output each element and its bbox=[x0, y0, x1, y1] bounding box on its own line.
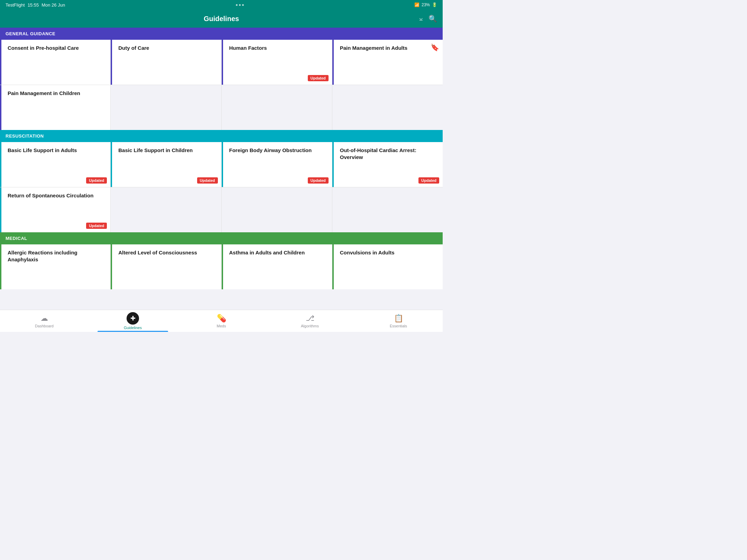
card-ohca[interactable]: Out-of-Hospital Cardiac Arrest: Overview… bbox=[332, 142, 443, 187]
nav-label-algorithms: Algorithms bbox=[301, 324, 319, 328]
battery-icon: 🔋 bbox=[432, 2, 437, 7]
card-border bbox=[332, 40, 334, 85]
medical-grid: Allergic Reactions including Anaphylaxis… bbox=[0, 244, 443, 289]
bottom-nav: ☁ Dashboard ✚ Guidelines 💊 Meds ⎇ Algori… bbox=[0, 310, 443, 332]
nav-meds[interactable]: 💊 Meds bbox=[177, 310, 266, 332]
nav-dashboard[interactable]: ☁ Dashboard bbox=[0, 310, 89, 332]
card-border bbox=[111, 142, 112, 187]
card-pain-adults[interactable]: Pain Management in Adults 🔖 bbox=[332, 40, 443, 85]
card-border bbox=[0, 85, 1, 130]
nav-algorithms[interactable]: ⎇ Algorithms bbox=[266, 310, 354, 332]
search-icon[interactable]: 🔍 bbox=[428, 15, 437, 23]
guidelines-icon-circle: ✚ bbox=[127, 312, 139, 325]
card-title-pain-adults: Pain Management in Adults bbox=[337, 45, 438, 81]
dot1 bbox=[236, 4, 238, 6]
card-asthma[interactable]: Asthma in Adults and Children bbox=[222, 244, 332, 289]
updated-badge-bls-adults: Updated bbox=[86, 177, 107, 184]
battery-percent: 23% bbox=[422, 2, 430, 7]
dot2 bbox=[239, 4, 241, 6]
app-name: TestFlight bbox=[6, 2, 25, 8]
nav-label-guidelines: Guidelines bbox=[124, 326, 142, 330]
section-header-resuscitation: RESUSCITATION bbox=[0, 130, 443, 142]
nav-label-essentials: Essentials bbox=[390, 324, 407, 328]
card-convulsions[interactable]: Convulsions in Adults bbox=[332, 244, 443, 289]
card-border bbox=[111, 40, 112, 85]
status-bar: TestFlight 15:55 Mon 26 Jun 📶 23% 🔋 bbox=[0, 0, 443, 10]
header-title: Guidelines bbox=[204, 15, 239, 23]
dashboard-icon: ☁ bbox=[40, 314, 48, 323]
card-consent[interactable]: Consent in Pre-hospital Care bbox=[0, 40, 110, 85]
empty-card-5 bbox=[222, 187, 332, 232]
empty-card-2 bbox=[222, 85, 332, 130]
card-border bbox=[111, 244, 112, 289]
card-pain-children[interactable]: Pain Management in Children bbox=[0, 85, 110, 130]
card-title-asthma: Asthma in Adults and Children bbox=[227, 249, 327, 286]
card-title-duty: Duty of Care bbox=[116, 45, 216, 81]
card-border bbox=[222, 244, 223, 289]
card-title-consent: Consent in Pre-hospital Care bbox=[5, 45, 105, 81]
section-header-medical: MEDICAL bbox=[0, 232, 443, 244]
meds-icon: 💊 bbox=[217, 314, 226, 323]
general-grid: Consent in Pre-hospital Care Duty of Car… bbox=[0, 40, 443, 130]
card-bls-children[interactable]: Basic Life Support in Children Updated bbox=[111, 142, 221, 187]
algorithms-icon: ⎇ bbox=[306, 314, 314, 323]
card-border bbox=[0, 187, 1, 232]
resuscitation-grid: Basic Life Support in Adults Updated Bas… bbox=[0, 142, 443, 232]
nav-essentials[interactable]: 📋 Essentials bbox=[354, 310, 443, 332]
card-allergic[interactable]: Allergic Reactions including Anaphylaxis bbox=[0, 244, 110, 289]
date: Mon 26 Jun bbox=[42, 2, 65, 8]
card-title-pain-children: Pain Management in Children bbox=[5, 90, 105, 127]
card-duty-of-care[interactable]: Duty of Care bbox=[111, 40, 221, 85]
card-border bbox=[0, 40, 1, 85]
updated-badge-bls-children: Updated bbox=[197, 177, 218, 184]
content: GENERAL GUIDANCE Consent in Pre-hospital… bbox=[0, 28, 443, 310]
empty-card-1 bbox=[111, 85, 221, 130]
card-bls-adults[interactable]: Basic Life Support in Adults Updated bbox=[0, 142, 110, 187]
time: 15:55 bbox=[28, 2, 39, 8]
empty-card-3 bbox=[332, 85, 443, 130]
status-right: 📶 23% 🔋 bbox=[414, 2, 437, 7]
header: Guidelines ⏓ 🔍 bbox=[0, 10, 443, 28]
status-center bbox=[236, 4, 244, 6]
card-border bbox=[222, 40, 223, 85]
card-title-altered: Altered Level of Consciousness bbox=[116, 249, 216, 286]
essentials-icon: 📋 bbox=[394, 314, 403, 323]
header-actions: ⏓ 🔍 bbox=[419, 15, 437, 23]
card-title-allergic: Allergic Reactions including Anaphylaxis bbox=[5, 249, 105, 286]
nav-guidelines[interactable]: ✚ Guidelines bbox=[89, 310, 177, 332]
card-title-convulsions: Convulsions in Adults bbox=[337, 249, 438, 286]
status-left: TestFlight 15:55 Mon 26 Jun bbox=[6, 2, 65, 8]
card-rosc[interactable]: Return of Spontaneous Circulation Update… bbox=[0, 187, 110, 232]
guidelines-icon: ✚ bbox=[130, 315, 136, 322]
nav-label-dashboard: Dashboard bbox=[35, 324, 54, 328]
nav-label-meds: Meds bbox=[217, 324, 226, 328]
card-human-factors[interactable]: Human Factors Updated bbox=[222, 40, 332, 85]
section-header-general: GENERAL GUIDANCE bbox=[0, 28, 443, 40]
bookmark-icon: 🔖 bbox=[431, 43, 439, 52]
dot3 bbox=[242, 4, 244, 6]
wifi-icon: 📶 bbox=[414, 2, 419, 7]
empty-card-6 bbox=[332, 187, 443, 232]
card-altered[interactable]: Altered Level of Consciousness bbox=[111, 244, 221, 289]
card-border bbox=[332, 244, 334, 289]
card-border bbox=[0, 142, 1, 187]
updated-badge-human: Updated bbox=[308, 75, 329, 81]
card-border bbox=[222, 142, 223, 187]
updated-badge-fbao: Updated bbox=[308, 177, 329, 184]
card-fbao[interactable]: Foreign Body Airway Obstruction Updated bbox=[222, 142, 332, 187]
card-border bbox=[0, 244, 1, 289]
filter-icon[interactable]: ⏓ bbox=[419, 15, 423, 23]
card-border bbox=[332, 142, 334, 187]
updated-badge-ohca: Updated bbox=[418, 177, 439, 184]
updated-badge-rosc: Updated bbox=[86, 223, 107, 229]
empty-card-4 bbox=[111, 187, 221, 232]
